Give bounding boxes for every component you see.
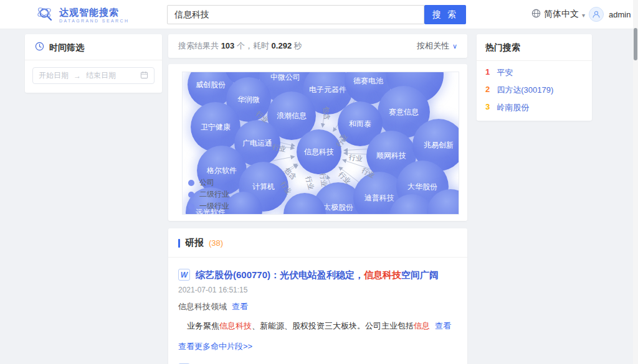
text-segment: 信息科技 xyxy=(178,302,211,311)
graph-bubble-label: 电子元器件 xyxy=(309,85,346,95)
range-arrow-icon: → xyxy=(74,72,81,80)
top-bar: 达观智能搜索 DATAGRAND SEARCH 搜 索 简体中文 ▾ admin xyxy=(0,0,638,29)
sort-label: 按相关性 xyxy=(417,40,449,52)
graph-bubble-label: 信息科技 xyxy=(304,147,334,157)
text-segment: 业务聚焦 xyxy=(187,321,219,330)
results-count: 103 xyxy=(221,41,235,50)
clock-icon xyxy=(35,42,44,54)
text-segment: 、新能源、股权投资三大板块。公司主业包括 xyxy=(252,321,414,330)
logo-subtitle: DATAGRAND SEARCH xyxy=(59,19,129,23)
language-selector[interactable]: 简体中文 ▾ xyxy=(531,9,585,20)
graph-bubble-label: 和而泰 xyxy=(349,119,371,129)
time-filter-title: 时间筛选 xyxy=(49,42,84,54)
report-section-card: 研报 (38) W综艺股份(600770)：光伏电站盈利稳定，信息科技空间广阔2… xyxy=(168,228,467,364)
scrollbar-thumb[interactable] xyxy=(634,28,637,60)
text-segment: 信息 xyxy=(414,321,430,330)
word-doc-icon: W xyxy=(178,269,190,281)
section-title: 研报 xyxy=(185,237,204,249)
graph-bubble-label: 赛意信息 xyxy=(389,107,419,118)
divider xyxy=(168,257,467,258)
view-link[interactable]: 查看 xyxy=(232,302,248,311)
logo-atom-search-icon xyxy=(36,4,55,26)
globe-icon xyxy=(531,9,541,20)
date-range-picker[interactable]: 开始日期 → 结束日期 xyxy=(32,67,155,84)
report-tag-row: 信息科技领域查看 xyxy=(178,301,457,312)
graph-bubble-label: 浪潮信息 xyxy=(277,111,307,121)
graph-bubble-label: 兆易创新 xyxy=(424,140,454,151)
text-segment: 信息科技 xyxy=(219,321,252,330)
text-segment: 综艺股份(600770)：光伏电站盈利稳定， xyxy=(196,269,364,280)
end-date-field[interactable]: 结束日期 xyxy=(86,70,116,81)
hot-search-list: 1平安2四方达(300179)3岭南股份 xyxy=(477,61,592,113)
section-accent-bar xyxy=(178,239,180,248)
search-input[interactable] xyxy=(167,5,424,24)
graph-edge-label: 行业 xyxy=(318,172,329,187)
graph-bubble-label: 太极股份 xyxy=(323,202,353,213)
report-snippet: 业务聚焦信息科技、新能源、股权投资三大板块。公司主业包括信息查看 xyxy=(178,320,457,332)
report-list: W综艺股份(600770)：光伏电站盈利稳定，信息科技空间广阔2021-07-0… xyxy=(178,268,457,364)
time-filter-card: 时间筛选 开始日期 → 结束日期 xyxy=(25,34,162,93)
logo-title: 达观智能搜索 xyxy=(59,7,129,17)
section-count: (38) xyxy=(209,238,223,248)
hot-search-label: 岭南股份 xyxy=(497,102,529,113)
chevron-down-icon: ∨ xyxy=(452,42,457,50)
knowledge-graph: 威创股份中微公司电子元器件德赛电池华润微浪潮信息赛意信息和而泰卫宁健康广电运通顺… xyxy=(182,72,459,215)
graph-bubble-label: 迪普科技 xyxy=(364,193,394,203)
report-item: W综艺股份(600770)：光伏电站盈利稳定，信息科技空间广阔2021-07-0… xyxy=(178,268,457,352)
graph-legend-item: 公司 xyxy=(188,177,229,189)
hot-search-label: 四方达(300179) xyxy=(497,85,553,96)
graph-bubble-label: 格尔软件 xyxy=(207,166,237,176)
report-date: 2021-07-01 16:51:15 xyxy=(178,286,457,294)
graph-bubble-label: 华润微 xyxy=(237,95,260,105)
graph-legend-item: 一级行业 xyxy=(188,200,229,212)
graph-bubble-label: 广电运通 xyxy=(242,138,272,149)
calendar-icon xyxy=(140,70,148,82)
report-title-row: W综艺股份(600770)：光伏电站盈利稳定，信息科技空间广阔 xyxy=(178,268,457,281)
graph-bubble-center[interactable]: 信息科技 xyxy=(297,129,341,174)
avatar xyxy=(589,7,604,22)
search-button[interactable]: 搜 索 xyxy=(424,5,466,24)
text-segment: 信息科技 xyxy=(364,269,401,280)
hot-search-item[interactable]: 1平安 xyxy=(477,61,592,78)
hot-search-rank: 2 xyxy=(485,85,490,96)
graph-bubble-label: 卫宁健康 xyxy=(201,122,231,133)
legend-dot-icon xyxy=(188,203,194,210)
graph-bubble-label: 中微公司 xyxy=(270,72,300,83)
graph-bubble-label: 威创股份 xyxy=(196,80,226,90)
legend-dot-icon xyxy=(188,192,194,198)
results-count-text: 搜索结果共 103 个，耗时 0.292 秒 xyxy=(178,40,302,52)
text-segment: 领域 xyxy=(211,302,227,311)
sort-dropdown[interactable]: 按相关性 ∨ xyxy=(417,40,457,52)
hot-search-title: 热门搜索 xyxy=(477,42,592,60)
chevron-down-icon: ▾ xyxy=(582,12,585,19)
graph-bubble[interactable]: 卫宁健康 xyxy=(191,102,240,152)
hot-search-label: 平安 xyxy=(497,67,513,78)
graph-legend-item: 二级行业 xyxy=(188,189,229,200)
graph-bubble-label: 大华股份 xyxy=(407,182,437,192)
graph-bubble-label: 计算机 xyxy=(252,182,275,192)
language-label: 简体中文 xyxy=(544,9,579,20)
graph-edge-label: 行业 xyxy=(348,152,363,164)
graph-bubble-label: 顺网科技 xyxy=(376,151,406,161)
elapsed-time: 0.292 xyxy=(272,41,292,50)
legend-dot-icon xyxy=(188,180,194,186)
start-date-field[interactable]: 开始日期 xyxy=(39,70,69,81)
user-menu[interactable]: admin xyxy=(589,7,631,22)
report-title[interactable]: 综艺股份(600770)：光伏电站盈利稳定，信息科技空间广阔 xyxy=(196,268,439,281)
graph-edge-label: 包含 xyxy=(321,106,332,120)
legend-label: 一级行业 xyxy=(199,201,229,212)
hot-search-card: 热门搜索 1平安2四方达(300179)3岭南股份 xyxy=(477,34,592,121)
text-segment: 空间广阔 xyxy=(401,269,439,280)
legend-label: 公司 xyxy=(199,177,214,188)
results-summary-bar: 搜索结果共 103 个，耗时 0.292 秒 按相关性 ∨ xyxy=(168,34,467,58)
hot-search-item[interactable]: 3岭南股份 xyxy=(477,96,592,113)
graph-legend: 公司二级行业一级行业 xyxy=(188,177,229,212)
legend-label: 二级行业 xyxy=(199,189,229,200)
hot-search-item[interactable]: 2四方达(300179) xyxy=(477,78,592,96)
logo: 达观智能搜索 DATAGRAND SEARCH xyxy=(36,4,129,26)
page-scrollbar[interactable] xyxy=(633,0,638,364)
graph-bubble-label: 德赛电池 xyxy=(353,76,383,86)
more-snippets-link[interactable]: 查看更多命中片段>> xyxy=(178,341,252,352)
view-link[interactable]: 查看 xyxy=(435,321,451,330)
knowledge-graph-card: 威创股份中微公司电子元器件德赛电池华润微浪潮信息赛意信息和而泰卫宁健康广电运通顺… xyxy=(168,64,467,221)
